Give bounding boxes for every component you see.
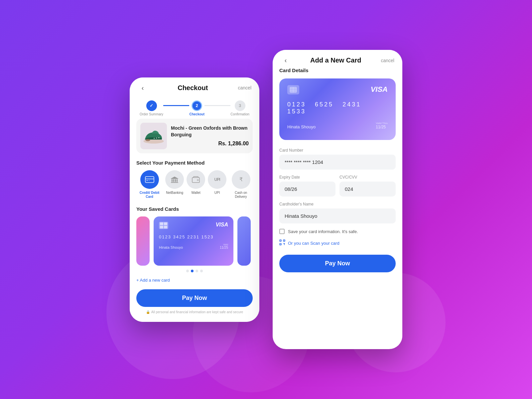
svg-rect-8 <box>149 180 150 181</box>
dot-2[interactable] <box>191 270 194 272</box>
add-card-phone: ‹ Add a New Card cancel Card Details VIS… <box>273 50 402 349</box>
pm-upi[interactable]: UPI UPI <box>208 170 226 199</box>
save-card-label: Save your card information. It's safe. <box>288 229 358 234</box>
security-text: All personal and financial information a… <box>151 310 243 314</box>
svg-rect-13 <box>171 182 178 183</box>
cardholder-label: Cardholder's Name <box>279 202 396 206</box>
card-details-title: Card Details <box>279 67 396 73</box>
card-number-input[interactable] <box>279 155 396 170</box>
step-2-label: Checkout <box>189 112 204 116</box>
checkout-phone: ‹ Checkout cancel ✓ Order Summary 2 Chec… <box>130 77 259 322</box>
card-network-visa: VISA <box>216 222 228 228</box>
scan-card-link[interactable]: Or you can Scan your card <box>279 239 396 247</box>
card-expiry: Valid 11/25 <box>220 243 228 249</box>
cvc-label: CVC/CVV <box>339 175 396 180</box>
cards-carousel[interactable]: VISA 0123 3425 2231 1523 Hinata Shouyo V… <box>136 216 253 266</box>
pm-wallet-label: Wallet <box>191 191 200 195</box>
pm-cod[interactable]: ₹ Cash on Delivery <box>229 170 253 199</box>
product-info: Mochi - Green Oxfords with Brown Borguin… <box>171 125 249 147</box>
new-card-preview: VISA 0123 6525 2431 1533 Hinata Shouyo V… <box>279 78 396 140</box>
svg-rect-12 <box>177 179 178 182</box>
dot-1[interactable] <box>186 270 189 272</box>
new-card-footer: Hinata Shouyo Valid Thru 11/25 <box>287 122 388 129</box>
card-footer: Hinata Shouyo Valid 11/25 <box>159 243 228 249</box>
step-confirmation: 3 Confirmation <box>230 100 249 116</box>
expiry-cvc-row: Expiry Date CVC/CVV <box>279 175 396 202</box>
step-3-circle: 3 <box>235 100 245 111</box>
svg-point-3 <box>158 137 160 138</box>
expiry-input[interactable] <box>279 182 335 197</box>
step-2-circle: 2 <box>192 100 202 111</box>
cardholder-group: Cardholder's Name <box>279 202 396 223</box>
checkout-title: Checkout <box>178 84 208 92</box>
step-checkout: 2 Checkout <box>189 100 204 116</box>
product-name: Mochi - Green Oxfords with Brown Borguin… <box>171 125 249 138</box>
saved-card-main[interactable]: VISA 0123 3425 2231 1523 Hinata Shouyo V… <box>154 216 233 266</box>
new-card-network: VISA <box>371 85 388 94</box>
checkout-pay-button[interactable]: Pay Now <box>136 289 253 307</box>
svg-point-4 <box>146 139 150 141</box>
pm-wallet-icon <box>187 170 205 189</box>
checkout-back-button[interactable]: ‹ <box>138 84 148 92</box>
svg-rect-11 <box>175 179 176 182</box>
cardholder-input[interactable] <box>279 208 396 223</box>
dot-3[interactable] <box>196 270 198 272</box>
saved-cards-section: Your Saved Cards VISA 0123 3425 2231 152… <box>136 206 253 272</box>
checkout-body: ✓ Order Summary 2 Checkout 3 Confirmatio… <box>130 95 259 322</box>
save-card-checkbox[interactable] <box>279 229 285 234</box>
cvc-input[interactable] <box>339 182 396 197</box>
scan-icon <box>279 239 285 247</box>
card-expiry-label: Valid <box>220 243 228 246</box>
add-card-link[interactable]: + Add a new card <box>136 278 253 283</box>
pm-upi-label: UPI <box>214 191 220 195</box>
svg-rect-25 <box>280 244 281 245</box>
svg-rect-24 <box>284 240 285 241</box>
card-next-peek <box>237 216 251 266</box>
svg-rect-23 <box>280 240 281 241</box>
pm-netbanking-label: NetBanking <box>166 191 183 195</box>
new-card-expiry-label: Valid Thru <box>376 122 388 125</box>
svg-rect-15 <box>197 179 199 181</box>
pm-cod-label: Cash on Delivery <box>229 191 253 199</box>
saved-cards-title: Your Saved Cards <box>136 206 253 212</box>
step-line-1 <box>163 105 189 106</box>
checkout-cancel-button[interactable]: cancel <box>238 85 251 90</box>
svg-rect-10 <box>173 179 174 182</box>
new-card-holder-name: Hinata Shouyo <box>287 124 316 129</box>
add-card-back-button[interactable]: ‹ <box>281 57 291 64</box>
pm-netbanking-icon <box>165 170 184 189</box>
security-note: 🔒 All personal and financial information… <box>136 310 253 314</box>
card-holder-name: Hinata Shouyo <box>159 245 183 249</box>
new-card-expiry: Valid Thru 11/25 <box>376 122 388 129</box>
save-card-row: Save your card information. It's safe. <box>279 229 396 234</box>
new-card-chip <box>287 85 299 94</box>
add-card-cancel-button[interactable]: cancel <box>381 58 394 63</box>
product-price: Rs. 1,286.00 <box>171 141 249 147</box>
card-number: 0123 3425 2231 1523 <box>159 234 228 239</box>
pm-netbanking[interactable]: NetBanking <box>165 170 184 199</box>
expiry-group: Expiry Date <box>279 175 335 197</box>
product-image <box>140 123 167 149</box>
new-card-number: 0123 6525 2431 1533 <box>287 101 388 115</box>
dot-4[interactable] <box>200 270 203 272</box>
payment-section-title: Select Your Payment Method <box>136 160 253 166</box>
svg-point-1 <box>154 138 155 139</box>
pm-cod-icon: ₹ <box>232 170 250 189</box>
add-card-header: ‹ Add a New Card cancel <box>273 50 402 67</box>
payment-methods-list: Credit/ Debit Card NetBanking <box>136 170 253 199</box>
product-card: Mochi - Green Oxfords with Brown Borguin… <box>136 119 253 153</box>
card-number-group: Card Number <box>279 148 396 170</box>
card-number-label: Card Number <box>279 148 396 153</box>
checkout-header: ‹ Checkout cancel <box>130 77 259 95</box>
pm-credit-card[interactable]: Credit/ Debit Card <box>136 170 163 199</box>
svg-rect-7 <box>146 180 148 181</box>
carousel-dots <box>136 270 253 272</box>
pm-wallet[interactable]: Wallet <box>187 170 205 199</box>
checkout-stepper: ✓ Order Summary 2 Checkout 3 Confirmatio… <box>136 95 253 119</box>
new-card-expiry-value: 11/25 <box>376 125 386 129</box>
step-3-label: Confirmation <box>230 112 249 116</box>
card-chip <box>159 222 168 229</box>
pm-credit-icon <box>140 170 159 189</box>
step-order-summary: ✓ Order Summary <box>140 100 163 116</box>
add-card-pay-button[interactable]: Pay Now <box>279 255 396 272</box>
